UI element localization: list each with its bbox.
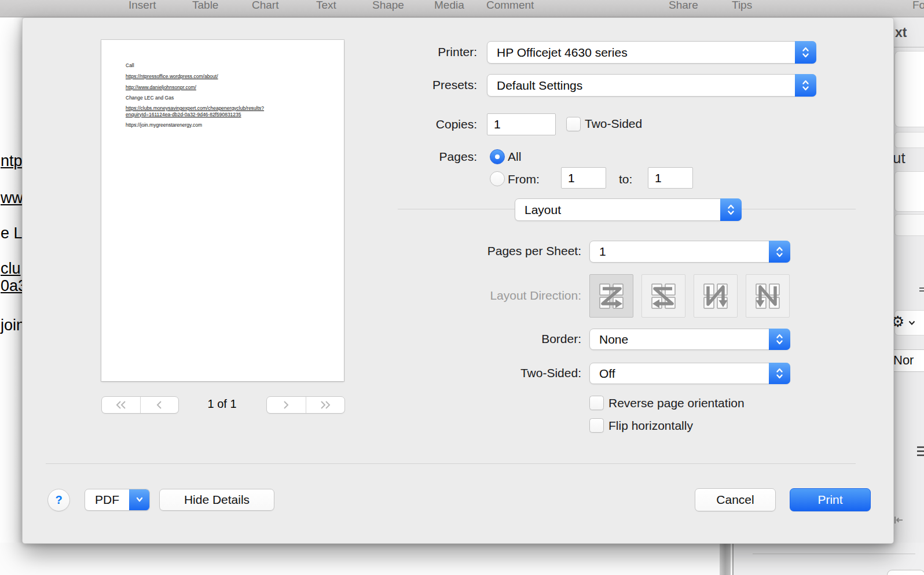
toolbar-item-share[interactable]: Share bbox=[669, 0, 698, 12]
two-sided-checkbox-label: Two-Sided bbox=[585, 117, 642, 131]
chevron-up-down-icon bbox=[795, 41, 816, 64]
sidebar-layout-tab-fragment: ut bbox=[893, 149, 905, 167]
doc-fragment: e L bbox=[1, 224, 22, 242]
sidebar-divider bbox=[753, 554, 915, 554]
printer-value: HP Officejet 4630 series bbox=[497, 46, 628, 60]
help-button[interactable]: ? bbox=[47, 489, 70, 511]
previous-page-icon bbox=[153, 400, 166, 410]
layout-direction-vertical-icon bbox=[701, 281, 731, 311]
two-sided-value: Off bbox=[599, 367, 615, 381]
cancel-button[interactable]: Cancel bbox=[695, 488, 776, 511]
settings-pane-value: Layout bbox=[525, 203, 561, 217]
format-sidebar-bottom bbox=[734, 543, 924, 575]
format-sidebar-edge: xt ut ⚙ Nor bbox=[893, 17, 924, 543]
pages-to-input[interactable]: 1 bbox=[648, 167, 693, 189]
chevron-up-down-icon bbox=[720, 198, 742, 221]
toolbar-item-text[interactable]: Text bbox=[316, 0, 336, 12]
layout-direction-top-down-left-button[interactable] bbox=[746, 274, 790, 318]
copies-input[interactable]: 1 bbox=[487, 113, 556, 135]
pages-label: Pages: bbox=[361, 150, 477, 164]
layout-direction-left-to-right-button[interactable] bbox=[589, 274, 633, 318]
gear-icon[interactable]: ⚙ bbox=[893, 313, 904, 331]
reverse-page-orientation-checkbox[interactable] bbox=[589, 396, 604, 410]
cancel-label: Cancel bbox=[716, 493, 754, 507]
doc-fragment: ntp bbox=[1, 152, 22, 170]
pdf-menu-button[interactable]: PDF bbox=[85, 489, 150, 511]
sidebar-divider bbox=[894, 47, 924, 47]
page-count-label: 1 of 1 bbox=[178, 397, 266, 411]
toolbar-item-chart[interactable]: Chart bbox=[252, 0, 278, 12]
first-page-button[interactable] bbox=[102, 397, 140, 413]
printer-select[interactable]: HP Officejet 4630 series bbox=[487, 41, 816, 64]
align-lines-icon bbox=[919, 286, 924, 294]
layout-direction-vertical-reverse-icon bbox=[753, 281, 783, 311]
last-page-button[interactable] bbox=[306, 397, 345, 413]
sidebar-none-button-fragment[interactable]: Nor bbox=[893, 349, 924, 372]
chevron-up-down-icon bbox=[769, 329, 790, 350]
layout-direction-top-down-right-button[interactable] bbox=[694, 274, 738, 318]
pages-from-value: 1 bbox=[568, 171, 575, 185]
help-question-mark: ? bbox=[55, 493, 62, 507]
sidebar-box bbox=[887, 570, 924, 575]
pages-per-sheet-value: 1 bbox=[599, 245, 606, 259]
settings-pane-select[interactable]: Layout bbox=[515, 198, 742, 221]
pages-per-sheet-select[interactable]: 1 bbox=[589, 241, 790, 263]
sidebar-box bbox=[894, 214, 924, 236]
next-page-button[interactable] bbox=[267, 397, 306, 413]
two-sided-checkbox[interactable] bbox=[566, 117, 581, 131]
flip-horizontally-label: Flip horizontally bbox=[608, 419, 693, 433]
toolbar-item-shape[interactable]: Shape bbox=[372, 0, 404, 12]
presets-label: Presets: bbox=[361, 78, 477, 92]
previous-page-button[interactable] bbox=[140, 397, 179, 413]
chevron-up-down-icon bbox=[795, 74, 816, 97]
doc-fragment: ww bbox=[1, 189, 22, 207]
pages-to-value: 1 bbox=[655, 171, 662, 185]
pages-to-label: to: bbox=[619, 172, 632, 186]
sidebar-box bbox=[894, 132, 924, 148]
hide-details-button[interactable]: Hide Details bbox=[159, 489, 274, 511]
copies-value: 1 bbox=[494, 117, 501, 131]
doc-fragment: join bbox=[1, 316, 22, 334]
preview-link: https://clubs.moneysavingexpert.com/chea… bbox=[126, 105, 299, 117]
indent-arrow-icon bbox=[893, 515, 904, 525]
toolbar-item-insert[interactable]: Insert bbox=[129, 0, 156, 12]
hide-details-label: Hide Details bbox=[184, 493, 250, 507]
print-preview-page: Call https://ntpressoffice.wordpress.com… bbox=[101, 40, 344, 381]
pages-from-input[interactable]: 1 bbox=[561, 167, 606, 189]
footer-divider bbox=[46, 463, 856, 464]
toolbar-item-format[interactable]: Fo bbox=[912, 0, 924, 12]
app-toolbar: Insert Table Chart Text Shape Media Comm… bbox=[0, 0, 924, 17]
pagination-back-group bbox=[101, 396, 179, 414]
copies-label: Copies: bbox=[361, 117, 477, 131]
toolbar-item-tips[interactable]: Tips bbox=[732, 0, 752, 12]
background-document-bottom bbox=[0, 543, 733, 575]
chevron-down-icon bbox=[908, 320, 916, 326]
presets-select[interactable]: Default Settings bbox=[487, 74, 816, 97]
pages-from-label: From: bbox=[508, 172, 540, 186]
presets-value: Default Settings bbox=[497, 79, 582, 93]
two-sided-select[interactable]: Off bbox=[589, 363, 790, 384]
pages-all-radio[interactable] bbox=[490, 149, 505, 164]
border-select[interactable]: None bbox=[589, 329, 790, 350]
printer-label: Printer: bbox=[361, 45, 477, 59]
next-page-icon bbox=[280, 400, 292, 410]
doc-fragment: clu bbox=[1, 260, 21, 278]
preview-link: http://www.danieljohnsonpr.com/ bbox=[126, 84, 299, 91]
preview-link: https://ntpressoffice.wordpress.com/abou… bbox=[126, 73, 299, 80]
print-button[interactable]: Print bbox=[790, 488, 871, 511]
toolbar-item-media[interactable]: Media bbox=[434, 0, 464, 12]
pages-all-label: All bbox=[508, 150, 521, 164]
sidebar-box bbox=[894, 51, 924, 127]
preview-line: Call bbox=[126, 62, 299, 69]
sidebar-box bbox=[894, 171, 924, 212]
flip-horizontally-checkbox[interactable] bbox=[589, 418, 604, 433]
toolbar-item-comment[interactable]: Comment bbox=[486, 0, 534, 12]
toolbar-item-table[interactable]: Table bbox=[192, 0, 218, 12]
layout-direction-right-to-left-button[interactable] bbox=[641, 274, 685, 318]
preview-line: https://join.mygreenstarenergy.com bbox=[126, 122, 299, 128]
pages-from-radio[interactable] bbox=[490, 171, 505, 186]
list-lines-icon bbox=[917, 445, 924, 458]
layout-direction-s-icon bbox=[648, 281, 679, 311]
pages-per-sheet-label: Pages per Sheet: bbox=[408, 244, 581, 258]
vertical-scrollbar[interactable] bbox=[720, 543, 731, 575]
